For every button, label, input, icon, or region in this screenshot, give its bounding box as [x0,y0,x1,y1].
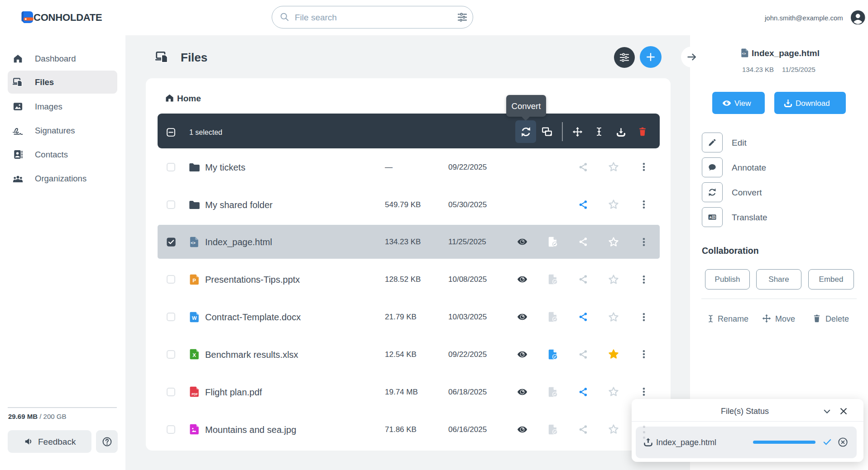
svg-text:<>: <> [191,241,195,245]
svg-text:P: P [192,277,196,283]
svg-text:PDF: PDF [192,393,198,396]
svg-text:A: A [709,216,711,219]
svg-text:<>: <> [742,52,746,56]
svg-text:X: X [192,352,196,358]
svg-text:W: W [192,315,197,320]
